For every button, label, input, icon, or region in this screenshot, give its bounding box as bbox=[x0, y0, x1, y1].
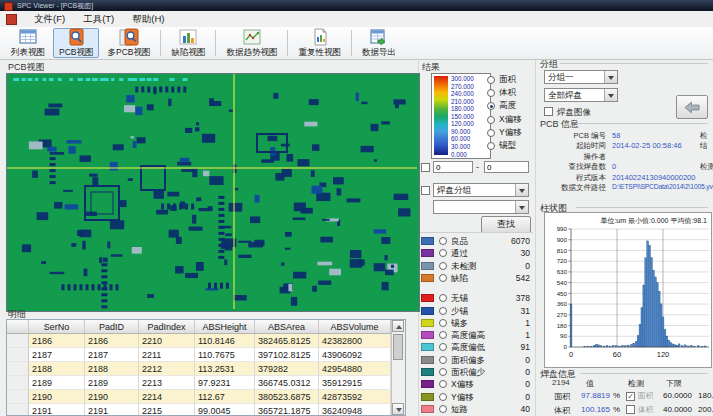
column-header-padid[interactable]: PadID bbox=[85, 320, 139, 333]
toolbar-button-defect-view[interactable]: 缺陷视图 bbox=[165, 28, 211, 58]
color-scale-value: 210.000 bbox=[451, 98, 474, 105]
table-cell: 2190 bbox=[29, 390, 85, 404]
table-row[interactable]: 218621862210110.8146382465.812542382800 bbox=[7, 334, 405, 348]
radio-icon[interactable] bbox=[439, 343, 447, 351]
pcb-info-field-value: 20140224130940000200 bbox=[612, 173, 695, 182]
radio-icon[interactable] bbox=[439, 331, 447, 339]
metric-radio-0[interactable]: 面积 bbox=[487, 74, 516, 86]
scroll-up-button[interactable] bbox=[392, 320, 404, 332]
row-selector-cell[interactable] bbox=[7, 376, 29, 390]
metric-radio-3[interactable]: X偏移 bbox=[487, 114, 522, 126]
group-combo[interactable]: 分组一 bbox=[544, 70, 618, 84]
search-button[interactable]: 查找 bbox=[481, 216, 531, 233]
radio-icon[interactable] bbox=[439, 294, 447, 302]
scroll-down-button[interactable] bbox=[392, 403, 404, 415]
svg-text:单位:um 最小值:0.000 平均值:98.1: 单位:um 最小值:0.000 平均值:98.1 bbox=[600, 217, 707, 224]
all-pads-combo[interactable]: 全部焊盘 bbox=[544, 88, 618, 102]
radio-icon[interactable] bbox=[439, 262, 447, 270]
category-row-5[interactable]: 少锡31 bbox=[420, 306, 533, 317]
table-cell: 110.7675 bbox=[195, 348, 255, 362]
sub-group-combo[interactable] bbox=[433, 200, 529, 214]
toolbar-button-export[interactable]: 数据导出 bbox=[356, 28, 402, 58]
radio-icon[interactable] bbox=[439, 307, 447, 315]
row-selector-cell[interactable] bbox=[7, 404, 29, 416]
window-title: SPC Viewer - [PCB视图] bbox=[17, 1, 93, 11]
pcb-canvas[interactable] bbox=[6, 73, 420, 312]
pad-image-checkbox[interactable] bbox=[544, 107, 553, 116]
table-cell: 2211 bbox=[139, 348, 195, 362]
row-selector-cell[interactable] bbox=[7, 348, 29, 362]
category-label: 通过 bbox=[451, 248, 468, 260]
toolbar-button-multi-pcb-view[interactable]: 多PCB视图 bbox=[101, 28, 156, 58]
detail-table: SerNoPadIDPadIndexABSHeightABSAreaABSVol… bbox=[6, 319, 406, 416]
radio-icon[interactable] bbox=[439, 237, 447, 245]
svg-text:450: 450 bbox=[557, 290, 568, 297]
category-row-9[interactable]: 面积偏多0 bbox=[420, 355, 533, 366]
toolbar-button-label: PCB视图 bbox=[59, 47, 93, 59]
category-row-2[interactable]: 未检测0 bbox=[420, 261, 533, 272]
menu-item-0[interactable]: 文件(F) bbox=[25, 12, 74, 27]
back-arrow-button[interactable] bbox=[676, 95, 708, 119]
radio-icon[interactable] bbox=[439, 393, 447, 401]
metric-radio-1[interactable]: 体积 bbox=[487, 87, 516, 99]
column-header-padindex[interactable]: PadIndex bbox=[139, 320, 195, 333]
column-header-absheight[interactable]: ABSHeight bbox=[195, 320, 255, 333]
category-row-7[interactable]: 高度偏高1 bbox=[420, 330, 533, 341]
range-to-input[interactable] bbox=[484, 161, 529, 173]
category-row-8[interactable]: 高度偏低91 bbox=[420, 342, 533, 353]
row-selector-cell[interactable] bbox=[7, 390, 29, 404]
radio-icon[interactable] bbox=[439, 249, 447, 257]
pad-info-checkbox[interactable] bbox=[626, 405, 635, 414]
category-row-0[interactable]: 良品6070 bbox=[420, 236, 533, 247]
table-row[interactable]: 21892189221397.9231366745.031235912915 bbox=[7, 376, 405, 390]
metric-radio-4[interactable]: Y偏移 bbox=[487, 127, 522, 139]
table-cell: 2186 bbox=[29, 334, 85, 348]
radio-icon[interactable] bbox=[439, 405, 447, 413]
category-row-10[interactable]: 面积偏少0 bbox=[420, 367, 533, 378]
pad-info-checkbox-label: 体积 bbox=[638, 405, 653, 415]
category-row-12[interactable]: Y偏移0 bbox=[420, 392, 533, 403]
radio-icon bbox=[487, 76, 495, 84]
table-row[interactable]: 219021902214112.67380523.687542873592 bbox=[7, 390, 405, 404]
menu-item-2[interactable]: 帮助(H) bbox=[123, 12, 173, 27]
toolbar-button-list-view[interactable]: 列表视图 bbox=[5, 28, 51, 58]
category-row-6[interactable]: 锡多1 bbox=[420, 318, 533, 329]
category-row-11[interactable]: X偏移0 bbox=[420, 379, 533, 390]
pad-info-upper-limit: 180. bbox=[698, 391, 713, 400]
row-selector-cell[interactable] bbox=[7, 334, 29, 348]
color-scale-value: 300.000 bbox=[451, 75, 474, 82]
toolbar-button-repeat-view[interactable]: 重复性视图 bbox=[292, 28, 347, 58]
radio-icon[interactable] bbox=[439, 380, 447, 388]
column-header-serno[interactable]: SerNo bbox=[29, 320, 85, 333]
svg-text:90: 90 bbox=[560, 332, 567, 339]
scrollbar-thumb[interactable] bbox=[393, 334, 403, 360]
radio-icon[interactable] bbox=[439, 368, 447, 376]
category-row-1[interactable]: 通过30 bbox=[420, 248, 533, 259]
histogram-svg: 单位:um 最小值:0.000 平均值:98.10901802703604505… bbox=[545, 213, 711, 367]
svg-text:540: 540 bbox=[557, 279, 568, 286]
range-from-input[interactable] bbox=[433, 161, 473, 173]
toolbar-button-pcb-view[interactable]: PCB视图 bbox=[53, 28, 99, 58]
metric-radio-5[interactable]: 锡型 bbox=[487, 140, 516, 152]
pad-group-combo[interactable]: 焊盘分组 bbox=[433, 183, 529, 197]
radio-icon[interactable] bbox=[439, 319, 447, 327]
radio-icon[interactable] bbox=[439, 356, 447, 364]
column-header-absarea[interactable]: ABSArea bbox=[255, 320, 319, 333]
pad-group-checkbox[interactable] bbox=[421, 186, 430, 195]
table-row[interactable]: 218721872211110.7675397102.812543906092 bbox=[7, 348, 405, 362]
menu-item-1[interactable]: 工具(T) bbox=[74, 12, 123, 27]
metric-radio-2[interactable]: 高度 bbox=[487, 100, 516, 112]
table-cell: 42954880 bbox=[319, 362, 391, 376]
table-row[interactable]: 218821882212113.253137928242954880 bbox=[7, 362, 405, 376]
category-row-13[interactable]: 短路40 bbox=[420, 404, 533, 415]
column-header-absvolume[interactable]: ABSVolume bbox=[319, 320, 391, 333]
range-filter-checkbox[interactable] bbox=[421, 163, 430, 172]
row-selector-cell[interactable] bbox=[7, 362, 29, 376]
toolbar-button-trend-view[interactable]: 数据趋势视图 bbox=[220, 28, 283, 58]
category-row-4[interactable]: 无锡378 bbox=[420, 293, 533, 304]
category-row-3[interactable]: 缺陷542 bbox=[420, 273, 533, 284]
table-row[interactable]: 21912191221599.0045365721.187536240948 bbox=[7, 404, 405, 416]
detail-vertical-scrollbar[interactable] bbox=[391, 320, 405, 415]
radio-icon[interactable] bbox=[439, 274, 447, 282]
pad-info-checkbox[interactable]: ✓ bbox=[626, 392, 635, 401]
